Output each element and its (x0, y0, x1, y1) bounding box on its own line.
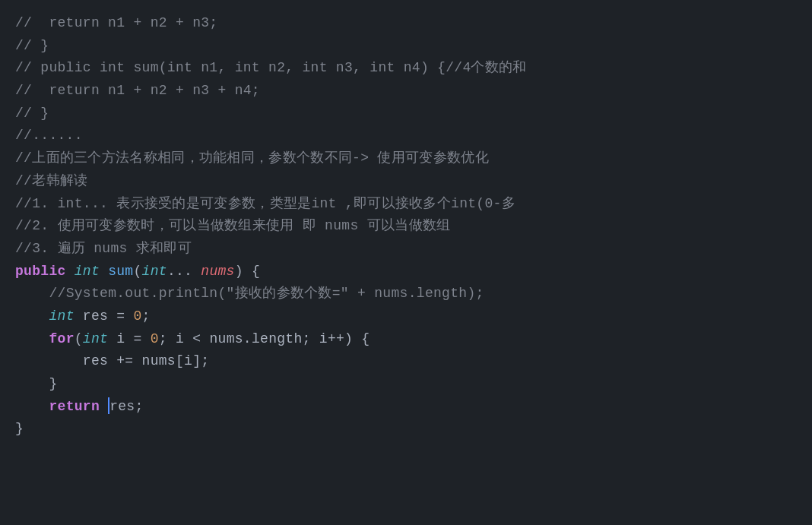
code-line-18: return res; (15, 396, 797, 419)
code-line-6: //...... (15, 125, 797, 147)
code-line-11: //3. 遍历 nums 求和即可 (15, 238, 797, 261)
code-line-13: //System.out.println("接收的参数个数=" + nums.l… (15, 283, 797, 305)
code-line-15: for(int i = 0; i < nums.length; i++) { (15, 328, 797, 351)
code-line-10: //2. 使用可变参数时，可以当做数组来使用 即 nums 可以当做数组 (15, 215, 797, 238)
code-line-2: // } (15, 35, 797, 58)
code-line-3: // public int sum(int n1, int n2, int n3… (15, 57, 797, 80)
code-line-1: // return n1 + n2 + n3; (15, 12, 797, 35)
code-line-19: } (15, 418, 797, 441)
code-line-9: //1. int... 表示接受的是可变参数，类型是int ,即可以接收多个in… (15, 193, 797, 216)
code-line-8: //老韩解读 (15, 170, 797, 193)
code-line-17: } (15, 373, 797, 396)
code-line-7: //上面的三个方法名称相同，功能相同，参数个数不同-> 使用可变参数优化 (15, 147, 797, 170)
code-line-4: // return n1 + n2 + n3 + n4; (15, 80, 797, 103)
code-line-12: public int sum(int... nums) { (15, 261, 797, 283)
code-line-14: int res = 0; (15, 305, 797, 328)
code-line-5: // } (15, 103, 797, 125)
code-line-16: res += nums[i]; (15, 350, 797, 373)
code-editor[interactable]: // return n1 + n2 + n3; // } // public i… (0, 0, 812, 525)
